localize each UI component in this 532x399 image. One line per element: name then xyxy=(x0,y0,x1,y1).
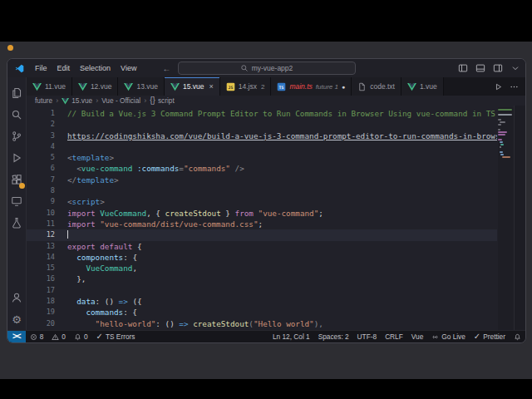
files-icon xyxy=(11,87,22,99)
activity-extensions[interactable] xyxy=(8,169,25,190)
status-problems-errors[interactable]: 8 xyxy=(26,331,48,342)
minimap-line xyxy=(498,111,515,113)
more-actions-button[interactable] xyxy=(510,82,519,91)
activity-explorer[interactable] xyxy=(8,82,25,104)
chevron-down-button[interactable] xyxy=(510,63,520,73)
code-line-9[interactable]: 9<script> xyxy=(27,196,497,207)
chevron-down-icon xyxy=(510,63,520,73)
code-line-13[interactable]: 13export default { xyxy=(27,241,497,252)
code-line-11[interactable]: 11import "vue-command/dist/vue-command.c… xyxy=(27,219,497,229)
badge-dot xyxy=(19,183,25,189)
code-line-19[interactable]: 19 commands: { xyxy=(27,307,497,318)
close-icon[interactable]: × xyxy=(209,82,213,91)
status-remote-indicator[interactable]: >< xyxy=(7,331,26,342)
activity-source-control[interactable] xyxy=(8,126,25,147)
status-ts-errors[interactable]: ✓TS Errors xyxy=(92,331,140,342)
breadcrumb-item-vue-official[interactable]: Vue - Official xyxy=(101,96,140,105)
tab-12.vue[interactable]: 12.vue xyxy=(72,77,119,96)
code-line-15[interactable]: 15 VueCommand, xyxy=(27,263,497,273)
code-line-3[interactable]: 3https://codingshiksha.com/vue/build-a-v… xyxy=(27,131,497,141)
breadcrumb-label: script xyxy=(158,96,175,105)
status-indentation[interactable]: Spaces: 2 xyxy=(314,331,353,342)
activity-accounts[interactable] xyxy=(8,287,25,308)
line-number: 6 xyxy=(27,163,62,174)
status-problems-warnings[interactable]: 0 xyxy=(47,331,70,342)
status-go-live[interactable]: Go Live xyxy=(427,331,470,342)
vscode-window: FileEditSelectionView ← → my-vue-app2 ⚙ … xyxy=(7,58,526,343)
menu-bar: FileEditSelectionView xyxy=(31,63,140,73)
line-number: 9 xyxy=(27,196,62,207)
status-text: TS Errors xyxy=(106,332,135,341)
tab-code.txt[interactable]: code.txt xyxy=(352,77,401,96)
status-cursor-position[interactable]: Ln 12, Col 1 xyxy=(268,331,314,342)
status-notifications-count[interactable]: 0 xyxy=(70,331,92,342)
code-editor[interactable]: 1// Build a Vue.js 3 Command Prompt Edit… xyxy=(27,106,525,330)
menu-edit[interactable]: Edit xyxy=(53,63,75,73)
breadcrumb: future›15.vue›Vue - Official›{}script xyxy=(27,96,525,106)
desktop-background: FileEditSelectionView ← → my-vue-app2 ⚙ … xyxy=(0,42,532,379)
code-line-6[interactable]: 6 <vue-command :commands="commands" /> xyxy=(27,163,497,174)
activity-search[interactable] xyxy=(8,104,25,126)
code-line-12[interactable]: 12 xyxy=(27,229,497,240)
code-line-7[interactable]: 7</template> xyxy=(27,175,497,185)
menu-view[interactable]: View xyxy=(116,63,140,73)
code-line-1[interactable]: 1// Build a Vue.js 3 Command Prompt Edit… xyxy=(27,108,497,119)
code-line-18[interactable]: 18 data: () => ({ xyxy=(27,296,497,307)
activity-remote-explorer[interactable] xyxy=(8,190,25,212)
status-text: CRLF xyxy=(385,332,403,341)
minimap-line xyxy=(498,134,505,135)
minimap-line xyxy=(498,109,512,111)
activity-settings[interactable]: ⚙ xyxy=(8,308,25,330)
breadcrumb-item-future[interactable]: future xyxy=(35,96,52,105)
layout-sidebar-left-button[interactable] xyxy=(458,63,468,73)
code-text: // Build a Vue.js 3 Command Prompt Edito… xyxy=(67,108,495,119)
status-bar: ><800✓TS Errors Ln 12, Col 1Spaces: 2UTF… xyxy=(7,330,525,342)
breadcrumb-item-script[interactable]: {}script xyxy=(150,96,175,105)
code-text: <vue-command :commands="commands" /> xyxy=(67,163,244,174)
status-notifications-bell[interactable] xyxy=(510,331,525,342)
warning-icon xyxy=(52,333,59,341)
status-prettier[interactable]: ✓Prettier xyxy=(470,331,510,342)
code-line-10[interactable]: 10import VueCommand, { createStdout } fr… xyxy=(27,208,497,219)
status-language-mode[interactable]: Vue xyxy=(407,331,427,342)
tab-11.vue[interactable]: 11.vue xyxy=(27,77,72,96)
code-line-17[interactable]: 17 xyxy=(27,285,497,296)
layout-sidebar-right-button[interactable] xyxy=(493,63,503,73)
minimap[interactable] xyxy=(498,107,515,330)
code-line-8[interactable]: 8 xyxy=(27,185,497,196)
back-arrow-icon[interactable]: ← xyxy=(162,64,170,73)
run-file-button[interactable] xyxy=(494,82,503,91)
tab-main.ts[interactable]: TSmain.tsfuture 1● xyxy=(271,77,352,96)
code-line-14[interactable]: 14 components: { xyxy=(27,252,497,263)
code-line-2[interactable]: 2 xyxy=(27,119,497,130)
tab-1.vue[interactable]: 1.vue xyxy=(401,77,444,96)
activity-testing[interactable] xyxy=(8,212,25,234)
vue-icon xyxy=(78,82,87,91)
layout-panel-button[interactable] xyxy=(475,63,485,73)
status-encoding[interactable]: UTF-8 xyxy=(353,331,382,342)
tab-15.vue[interactable]: 15.vue× xyxy=(165,77,220,96)
status-text: Go Live xyxy=(441,332,466,341)
activity-run-and-debug[interactable] xyxy=(8,147,25,169)
command-center-search[interactable]: my-vue-app2 xyxy=(178,62,356,75)
error-icon xyxy=(30,333,37,341)
minimap-line xyxy=(498,139,502,140)
js-icon: JS xyxy=(226,82,235,91)
editor-scrollbar[interactable] xyxy=(514,106,525,330)
breadcrumb-item-15.vue[interactable]: 15.vue xyxy=(62,96,92,105)
minimap-line xyxy=(500,141,503,143)
menu-file[interactable]: File xyxy=(31,63,52,73)
line-number: 8 xyxy=(27,185,62,196)
menu-selection[interactable]: Selection xyxy=(76,63,115,73)
code-line-5[interactable]: 5<template> xyxy=(27,152,497,163)
tab-13.vue[interactable]: 13.vue xyxy=(118,77,165,96)
code-line-4[interactable]: 4 xyxy=(27,141,497,152)
status-eol-sequence[interactable]: CRLF xyxy=(381,331,407,342)
code-line-16[interactable]: 16 }, xyxy=(27,273,497,284)
vue-icon xyxy=(124,82,133,91)
code-line-20[interactable]: 20 "hello-world": () => createStdout("He… xyxy=(27,318,497,329)
code-lines: 1// Build a Vue.js 3 Command Prompt Edit… xyxy=(27,108,497,329)
layout-sidebar-left-icon xyxy=(458,63,468,73)
status-text: Ln 12, Col 1 xyxy=(273,332,310,341)
tab-14.jsx[interactable]: JS14.jsx2 xyxy=(220,77,272,96)
